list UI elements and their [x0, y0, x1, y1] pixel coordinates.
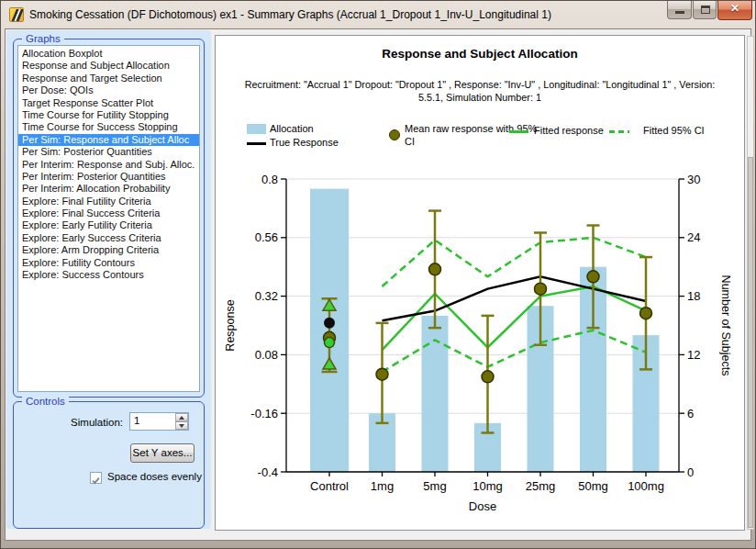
space-doses-checkbox[interactable] — [90, 472, 102, 484]
simulation-label: Simulation: — [6, 417, 123, 428]
facts-app-icon — [9, 7, 24, 22]
graphs-list-item[interactable]: Explore: Early Success Criteria — [18, 232, 199, 244]
graphs-list-item[interactable]: Per Dose: QOIs — [18, 84, 199, 96]
svg-text:6: 6 — [687, 407, 694, 420]
scrollbar-thumb[interactable] — [748, 157, 753, 528]
client-area: Graphs Allocation BoxplotResponse and Su… — [5, 28, 751, 541]
graphs-list-item[interactable]: Per Sim: Posterior Quantities — [18, 146, 199, 158]
legend-allocation-label: Allocation — [270, 123, 314, 136]
graphs-list[interactable]: Allocation BoxplotResponse and Subject A… — [17, 45, 200, 392]
svg-text:-0.16: -0.16 — [250, 407, 278, 420]
svg-text:Control: Control — [310, 479, 349, 493]
chart-subtitle-line1: Recruitment: "Accrual 1" Dropout: "Dropo… — [216, 79, 744, 90]
svg-text:0.56: 0.56 — [255, 230, 278, 244]
spinner-down-button[interactable] — [175, 421, 188, 430]
svg-text:12: 12 — [687, 348, 700, 362]
checkmark-icon — [91, 476, 101, 486]
svg-text:5mg: 5mg — [423, 479, 446, 493]
svg-text:Dose: Dose — [469, 499, 496, 513]
window-title: Smoking Cessation (DF Dichotomous) ex1 -… — [29, 1, 551, 28]
svg-text:0.32: 0.32 — [255, 289, 278, 303]
legend-raw-mean-label: Mean raw response with 95% CI — [405, 123, 550, 148]
graph-panel-scrollbar[interactable] — [747, 36, 754, 530]
legend-fitted-ci-label: Fitted 95% CI — [643, 125, 705, 138]
graphs-list-item[interactable]: Time Course for Success Stopping — [18, 121, 199, 133]
svg-text:18: 18 — [687, 289, 700, 303]
graphs-list-item[interactable]: Explore: Success Contours — [18, 269, 199, 281]
graphs-list-item[interactable]: Explore: Early Futility Criteria — [18, 219, 199, 231]
graph-panel: 0.80.560.320.08-0.16-0.43024181260Contro… — [215, 35, 745, 531]
svg-text:0: 0 — [687, 465, 694, 479]
spinner-up-button[interactable] — [175, 413, 188, 421]
chart-subtitle-line2: 5.5.1, Simulation Number: 1 — [216, 92, 744, 103]
up-arrow-icon — [179, 416, 184, 420]
svg-text:100mg: 100mg — [628, 479, 664, 493]
close-icon: ✕ — [718, 2, 751, 15]
graphs-list-item[interactable]: Explore: Futility Contours — [18, 257, 199, 269]
legend-true-response-label: True Response — [270, 137, 339, 150]
maximize-button[interactable] — [693, 1, 717, 19]
svg-text:0.08: 0.08 — [255, 348, 278, 362]
graphs-list-item[interactable]: Explore: Final Futility Criteria — [18, 196, 199, 207]
minimize-icon — [675, 11, 684, 14]
svg-text:30: 30 — [687, 173, 700, 186]
graphs-list-item[interactable]: Response and Target Selection — [18, 73, 199, 84]
svg-text:1mg: 1mg — [371, 479, 394, 493]
app-window: Smoking Cessation (DF Dichotomous) ex1 -… — [0, 0, 756, 549]
graphs-list-item[interactable]: Allocation Boxplot — [18, 48, 199, 60]
title-bar[interactable]: Smoking Cessation (DF Dichotomous) ex1 -… — [1, 1, 755, 28]
close-button[interactable]: ✕ — [717, 1, 752, 20]
legend-raw-mean-swatch — [389, 129, 400, 140]
svg-text:-0.4: -0.4 — [258, 465, 278, 479]
graphs-list-item[interactable]: Target Response Scatter Plot — [18, 97, 199, 109]
simulation-spinner[interactable]: 1 — [129, 412, 189, 431]
graphs-list-item[interactable]: Per Interim: Response and Subj. Alloc. — [18, 159, 199, 171]
space-doses-label: Space doses evenly — [107, 471, 202, 482]
sidebar: Graphs Allocation BoxplotResponse and Su… — [6, 30, 211, 529]
graphs-list-item[interactable]: Time Course for Futility Stopping — [18, 109, 199, 121]
chart-canvas: 0.80.560.320.08-0.16-0.43024181260Contro… — [216, 36, 746, 532]
svg-text:25mg: 25mg — [526, 479, 556, 493]
graphs-list-item[interactable]: Response and Subject Allocation — [18, 60, 199, 72]
legend-fitted-ci-swatch — [609, 130, 629, 133]
svg-text:0.8: 0.8 — [261, 173, 278, 186]
chart-title: Response and Subject Allocation — [216, 47, 744, 61]
graphs-list-item[interactable]: Per Interim: Posterior Quantities — [18, 171, 199, 183]
svg-text:10mg: 10mg — [472, 479, 503, 493]
down-arrow-icon — [179, 424, 184, 428]
graphs-list-item[interactable]: Per Interim: Allocation Probability — [18, 183, 199, 195]
graphs-list-item[interactable]: Explore: Arm Dropping Criteria — [18, 244, 199, 256]
svg-text:Number of Subjects: Number of Subjects — [719, 275, 732, 376]
graphs-list-item[interactable]: Per Sim: Response and Subject Alloc — [18, 134, 199, 146]
svg-text:Response: Response — [224, 299, 237, 351]
legend-fitted-response-label: Fitted response — [534, 125, 604, 138]
controls-group-label: Controls — [22, 395, 69, 408]
maximize-icon — [701, 6, 710, 14]
legend-allocation-swatch — [247, 124, 266, 134]
legend-fitted-response-swatch — [509, 130, 528, 133]
minimize-button[interactable] — [667, 1, 692, 19]
svg-text:50mg: 50mg — [578, 479, 608, 493]
graphs-list-item[interactable]: Explore: Final Success Criteria — [18, 207, 199, 219]
legend-true-response-swatch — [247, 142, 266, 145]
simulation-value[interactable]: 1 — [134, 415, 139, 426]
svg-text:24: 24 — [687, 230, 700, 244]
set-y-axes-button[interactable]: Set Y axes... — [130, 443, 195, 463]
graphs-group-label: Graphs — [22, 32, 64, 45]
